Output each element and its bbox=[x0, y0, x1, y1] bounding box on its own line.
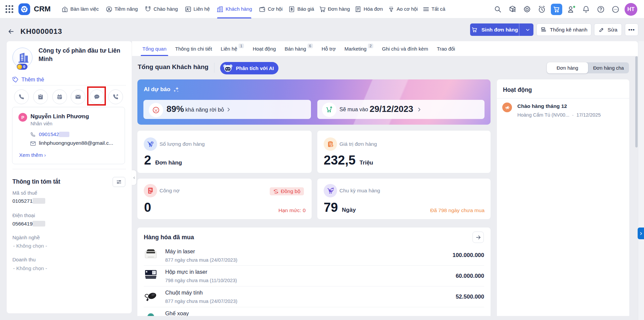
svg-text:$: $ bbox=[331, 144, 332, 147]
svg-text:%: % bbox=[149, 188, 152, 191]
svg-text:2: 2 bbox=[151, 141, 153, 144]
svg-text:S: S bbox=[275, 190, 277, 192]
